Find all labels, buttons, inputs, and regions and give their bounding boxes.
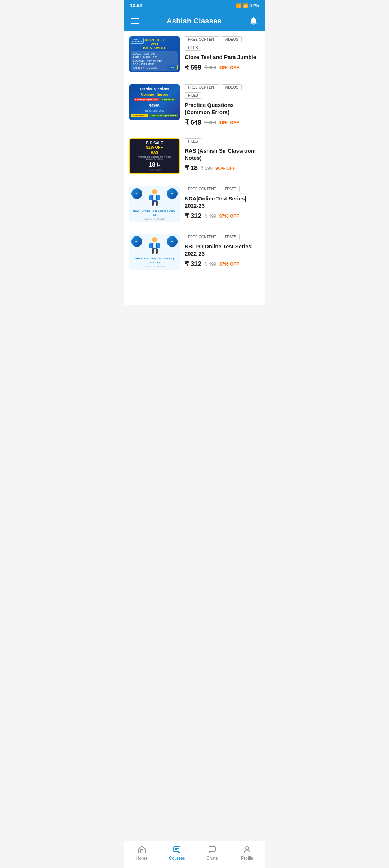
nda-brand: (ASHISH CLASSES) xyxy=(144,218,165,220)
course-tags: FREE CONTENT VIDEOS FILES xyxy=(185,36,260,51)
course-item[interactable]: BIG SALE 91% OFF RAS (Ashish Sir Classro… xyxy=(124,132,265,180)
bottom-navigation: Home Courses Chats xyxy=(124,841,265,868)
nda-figure-icon xyxy=(147,188,163,208)
svg-rect-6 xyxy=(153,195,156,200)
thumb-title: Practice questions xyxy=(140,87,169,91)
course-info: FILES RAS (Ashish Sir Classroom Notes) ₹… xyxy=(185,138,260,172)
tag-tests: TESTS xyxy=(222,234,240,240)
chats-icon xyxy=(207,845,217,854)
discount-badge: 37% OFF xyxy=(219,261,239,267)
course-tags: FREE CONTENT TESTS xyxy=(185,234,260,240)
thumb-title: CLOZE TESTANDPARA JUMBLE xyxy=(143,38,166,50)
tag-videos: VIDEOS xyxy=(222,36,242,42)
nav-item-profile[interactable]: Profile xyxy=(236,845,258,861)
tag-files: FILES xyxy=(185,138,201,144)
svg-rect-10 xyxy=(157,243,160,248)
course-thumbnail: Practice questions Common Errors Thoroug… xyxy=(129,84,180,120)
app-header: Ashish Classes xyxy=(124,11,265,31)
course-thumbnail: BIG SALE 91% OFF RAS (Ashish Sir Classro… xyxy=(129,138,180,174)
nda-logo: AC xyxy=(131,188,142,199)
nav-item-courses[interactable]: Courses xyxy=(166,845,188,861)
course-item[interactable]: AC AC SBI PO | Onlin xyxy=(124,228,265,276)
svg-rect-2 xyxy=(149,195,152,200)
status-time: 13:52 xyxy=(130,3,142,8)
discount-badge: 40% OFF xyxy=(219,65,239,70)
course-info: FREE CONTENT VIDEOS FILES Cloze Test and… xyxy=(185,36,260,72)
price-row: ₹ 599 ₹ 999 40% OFF xyxy=(185,64,260,72)
notification-bell-icon[interactable] xyxy=(249,16,258,26)
original-price: ₹ 499 xyxy=(204,213,216,219)
svg-point-0 xyxy=(152,189,157,194)
price-row: ₹ 312 ₹ 499 37% OFF xyxy=(185,212,260,220)
course-title: SBI PO|Online Test Series| 2022-23 xyxy=(185,243,260,257)
nda-logo-right: AC xyxy=(167,188,178,199)
app-title: Ashish Classes xyxy=(167,17,222,25)
course-title: Practice Questions (Common Errors) xyxy=(185,101,260,116)
tag-videos: VIDEOS xyxy=(222,84,242,90)
thumb-note: Till 5th sept. 2021 xyxy=(145,109,165,112)
course-title: Cloze Test and Para Jumble xyxy=(185,54,260,61)
thumb-off: 91% OFF xyxy=(146,145,163,149)
thumb-price: ₹499/- xyxy=(149,103,160,108)
nav-item-home[interactable]: Home xyxy=(131,845,153,861)
course-tags: FREE CONTENT VIDEOS FILES xyxy=(185,84,260,99)
original-price: ₹ 799 xyxy=(204,120,216,125)
discount-badge: 37% OFF xyxy=(219,213,239,219)
thumb-ras-title: RAS xyxy=(151,150,158,154)
course-thumbnail: ASHISHCLASSES CLOZE TESTANDPARA JUMBLE C… xyxy=(129,36,180,72)
menu-button[interactable] xyxy=(131,18,139,24)
course-info: FREE CONTENT VIDEOS FILES Practice Quest… xyxy=(185,84,260,126)
thumb-badge: Short tricks xyxy=(161,98,175,101)
svg-point-17 xyxy=(246,847,249,850)
nav-label-profile: Profile xyxy=(241,856,253,861)
course-tags: FREE CONTENT TESTS xyxy=(185,186,260,192)
course-item[interactable]: Practice questions Common Errors Thoroug… xyxy=(124,78,265,132)
current-price: ₹ 649 xyxy=(185,118,201,126)
course-info: FREE CONTENT TESTS SBI PO|Online Test Se… xyxy=(185,234,260,268)
course-item[interactable]: AC AC NDA | Online T xyxy=(124,180,265,228)
sbi-label: SBI PO | Online Test Series | 2022-23 xyxy=(131,257,178,265)
course-item[interactable]: ASHISHCLASSES CLOZE TESTANDPARA JUMBLE C… xyxy=(124,31,265,78)
wifi-icon: 📶 xyxy=(243,3,249,8)
svg-point-7 xyxy=(152,237,157,242)
original-price: ₹ 198 xyxy=(201,166,213,171)
discount-badge: 90% OFF xyxy=(215,166,236,171)
thumb-price: 18 /- xyxy=(149,162,160,168)
signal-icon: 📶 xyxy=(236,3,241,8)
thumb-big-sale: BIG SALE xyxy=(146,141,163,145)
current-price: ₹ 312 xyxy=(185,260,201,268)
thumb-price: 599/- xyxy=(167,65,178,70)
thumb-subtitle: (Ashish Sir Classroom Notes) xyxy=(138,155,171,158)
price-row: ₹ 649 ₹ 799 18% OFF xyxy=(185,118,260,126)
logo-badge: ASHISHCLASSES xyxy=(131,38,144,44)
tag-free-content: FREE CONTENT xyxy=(185,186,219,192)
course-title: RAS (Ashish Sir Classroom Notes) xyxy=(185,147,260,161)
price-row: ₹ 312 ₹ 499 37% OFF xyxy=(185,260,260,268)
svg-rect-12 xyxy=(156,249,158,254)
nav-item-chats[interactable]: Chats xyxy=(201,845,223,861)
current-price: ₹ 312 xyxy=(185,212,201,220)
tag-files: FILES xyxy=(185,45,201,51)
tag-tests: TESTS xyxy=(222,186,240,192)
thumb-shop: SHOP NOW xyxy=(148,169,162,171)
nav-label-home: Home xyxy=(136,856,148,861)
thumb-limited: Limited time Offer xyxy=(146,158,163,160)
sbi-logo: AC xyxy=(131,236,142,247)
profile-icon xyxy=(242,845,252,854)
svg-rect-13 xyxy=(153,243,156,248)
svg-rect-3 xyxy=(157,195,160,200)
thumb-badge: Pdf Available xyxy=(131,114,148,117)
sbi-logo-right: AC xyxy=(167,236,178,247)
home-icon xyxy=(137,845,147,854)
course-info: FREE CONTENT TESTS NDA|Online Test Serie… xyxy=(185,186,260,220)
nav-label-chats: Chats xyxy=(206,856,218,861)
svg-rect-4 xyxy=(152,201,154,206)
courses-icon xyxy=(172,845,182,854)
course-tags: FILES xyxy=(185,138,260,144)
current-price: ₹ 599 xyxy=(185,64,201,72)
sbi-figure-icon xyxy=(147,236,163,256)
tag-free-content: FREE CONTENT xyxy=(185,234,219,240)
svg-rect-9 xyxy=(149,243,152,248)
tag-files: FILES xyxy=(185,92,201,99)
discount-badge: 18% OFF xyxy=(219,120,239,125)
